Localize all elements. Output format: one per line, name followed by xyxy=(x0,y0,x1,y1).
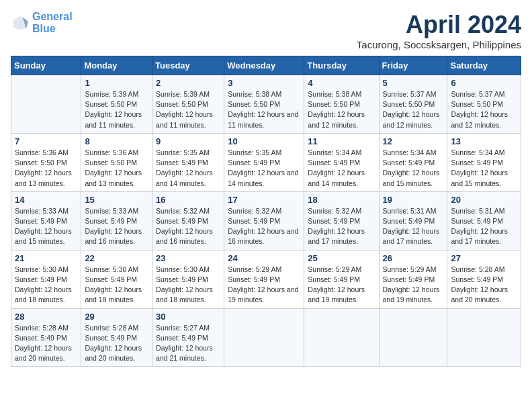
calendar-cell xyxy=(11,75,81,134)
calendar-week-row: 7Sunrise: 5:36 AMSunset: 5:50 PMDaylight… xyxy=(11,133,521,191)
day-number: 19 xyxy=(383,195,444,205)
day-number: 25 xyxy=(308,253,375,263)
day-info: Sunrise: 5:30 AMSunset: 5:49 PMDaylight:… xyxy=(15,265,77,306)
day-number: 13 xyxy=(451,136,517,146)
logo: General Blue xyxy=(11,11,73,34)
calendar-cell: 20Sunrise: 5:31 AMSunset: 5:49 PMDayligh… xyxy=(447,191,521,250)
page-header: General Blue April 2024 Tacurong, Soccsk… xyxy=(11,11,521,50)
day-header: Thursday xyxy=(304,56,379,75)
calendar-cell: 11Sunrise: 5:34 AMSunset: 5:49 PMDayligh… xyxy=(304,133,379,191)
calendar-cell: 17Sunrise: 5:32 AMSunset: 5:49 PMDayligh… xyxy=(224,191,304,250)
calendar-cell xyxy=(447,308,521,367)
day-info: Sunrise: 5:34 AMSunset: 5:49 PMDaylight:… xyxy=(308,148,375,189)
day-info: Sunrise: 5:33 AMSunset: 5:49 PMDaylight:… xyxy=(15,206,77,247)
day-number: 27 xyxy=(451,253,517,263)
day-info: Sunrise: 5:37 AMSunset: 5:50 PMDaylight:… xyxy=(451,89,517,130)
day-number: 15 xyxy=(85,195,148,205)
calendar-week-row: 28Sunrise: 5:28 AMSunset: 5:49 PMDayligh… xyxy=(11,308,521,367)
day-number: 2 xyxy=(156,78,220,88)
day-header: Tuesday xyxy=(152,56,224,75)
day-info: Sunrise: 5:30 AMSunset: 5:49 PMDaylight:… xyxy=(156,265,220,306)
calendar-cell xyxy=(224,308,304,367)
calendar-cell: 1Sunrise: 5:39 AMSunset: 5:50 PMDaylight… xyxy=(81,75,152,134)
month-title: April 2024 xyxy=(357,11,521,39)
logo-text: General Blue xyxy=(32,11,73,34)
day-number: 22 xyxy=(85,253,148,263)
day-header: Monday xyxy=(81,56,152,75)
day-info: Sunrise: 5:32 AMSunset: 5:49 PMDaylight:… xyxy=(228,206,300,247)
day-number: 7 xyxy=(15,136,77,146)
calendar-cell: 10Sunrise: 5:35 AMSunset: 5:49 PMDayligh… xyxy=(224,133,304,191)
day-info: Sunrise: 5:38 AMSunset: 5:50 PMDaylight:… xyxy=(228,89,300,130)
calendar-cell: 4Sunrise: 5:38 AMSunset: 5:50 PMDaylight… xyxy=(304,75,379,134)
calendar-cell: 2Sunrise: 5:39 AMSunset: 5:50 PMDaylight… xyxy=(152,75,224,134)
day-number: 4 xyxy=(308,78,375,88)
day-number: 20 xyxy=(451,195,517,205)
calendar-cell: 18Sunrise: 5:32 AMSunset: 5:49 PMDayligh… xyxy=(304,191,379,250)
calendar-cell: 9Sunrise: 5:35 AMSunset: 5:49 PMDaylight… xyxy=(152,133,224,191)
calendar-cell: 25Sunrise: 5:29 AMSunset: 5:49 PMDayligh… xyxy=(304,250,379,308)
day-number: 8 xyxy=(85,136,148,146)
calendar-week-row: 21Sunrise: 5:30 AMSunset: 5:49 PMDayligh… xyxy=(11,250,521,308)
day-info: Sunrise: 5:34 AMSunset: 5:49 PMDaylight:… xyxy=(451,148,517,189)
calendar-cell: 24Sunrise: 5:29 AMSunset: 5:49 PMDayligh… xyxy=(224,250,304,308)
calendar-cell: 28Sunrise: 5:28 AMSunset: 5:49 PMDayligh… xyxy=(11,308,81,367)
day-info: Sunrise: 5:38 AMSunset: 5:50 PMDaylight:… xyxy=(308,89,375,130)
day-number: 16 xyxy=(156,195,220,205)
day-number: 26 xyxy=(383,253,444,263)
day-info: Sunrise: 5:29 AMSunset: 5:49 PMDaylight:… xyxy=(308,265,375,306)
calendar-cell: 22Sunrise: 5:30 AMSunset: 5:49 PMDayligh… xyxy=(81,250,152,308)
day-info: Sunrise: 5:36 AMSunset: 5:50 PMDaylight:… xyxy=(85,148,148,189)
day-info: Sunrise: 5:35 AMSunset: 5:49 PMDaylight:… xyxy=(228,148,300,189)
calendar-cell: 19Sunrise: 5:31 AMSunset: 5:49 PMDayligh… xyxy=(379,191,447,250)
day-info: Sunrise: 5:39 AMSunset: 5:50 PMDaylight:… xyxy=(85,89,148,130)
day-info: Sunrise: 5:32 AMSunset: 5:49 PMDaylight:… xyxy=(308,206,375,247)
day-header: Sunday xyxy=(11,56,81,75)
calendar-cell: 7Sunrise: 5:36 AMSunset: 5:50 PMDaylight… xyxy=(11,133,81,191)
calendar-cell: 26Sunrise: 5:29 AMSunset: 5:49 PMDayligh… xyxy=(379,250,447,308)
calendar-cell: 16Sunrise: 5:32 AMSunset: 5:49 PMDayligh… xyxy=(152,191,224,250)
day-number: 23 xyxy=(156,253,220,263)
day-info: Sunrise: 5:32 AMSunset: 5:49 PMDaylight:… xyxy=(156,206,220,247)
day-header: Friday xyxy=(379,56,447,75)
calendar-cell: 5Sunrise: 5:37 AMSunset: 5:50 PMDaylight… xyxy=(379,75,447,134)
title-block: April 2024 Tacurong, Soccsksargen, Phili… xyxy=(357,11,521,50)
day-number: 29 xyxy=(85,312,148,322)
calendar-cell: 15Sunrise: 5:33 AMSunset: 5:49 PMDayligh… xyxy=(81,191,152,250)
calendar-cell xyxy=(379,308,447,367)
calendar-cell: 8Sunrise: 5:36 AMSunset: 5:50 PMDaylight… xyxy=(81,133,152,191)
location-subtitle: Tacurong, Soccsksargen, Philippines xyxy=(357,39,521,50)
day-number: 28 xyxy=(15,312,77,322)
calendar-table: SundayMondayTuesdayWednesdayThursdayFrid… xyxy=(11,56,521,367)
day-number: 5 xyxy=(383,78,444,88)
calendar-cell: 14Sunrise: 5:33 AMSunset: 5:49 PMDayligh… xyxy=(11,191,81,250)
day-number: 3 xyxy=(228,78,300,88)
day-info: Sunrise: 5:34 AMSunset: 5:49 PMDaylight:… xyxy=(383,148,444,189)
day-header: Saturday xyxy=(447,56,521,75)
day-number: 14 xyxy=(15,195,77,205)
header-row: SundayMondayTuesdayWednesdayThursdayFrid… xyxy=(11,56,521,75)
day-number: 9 xyxy=(156,136,220,146)
calendar-cell: 30Sunrise: 5:27 AMSunset: 5:49 PMDayligh… xyxy=(152,308,224,367)
day-number: 10 xyxy=(228,136,300,146)
day-number: 11 xyxy=(308,136,375,146)
day-number: 17 xyxy=(228,195,300,205)
day-number: 18 xyxy=(308,195,375,205)
day-number: 21 xyxy=(15,253,77,263)
day-info: Sunrise: 5:31 AMSunset: 5:49 PMDaylight:… xyxy=(383,206,444,247)
day-number: 1 xyxy=(85,78,148,88)
day-info: Sunrise: 5:39 AMSunset: 5:50 PMDaylight:… xyxy=(156,89,220,130)
day-info: Sunrise: 5:29 AMSunset: 5:49 PMDaylight:… xyxy=(228,265,300,306)
day-info: Sunrise: 5:36 AMSunset: 5:50 PMDaylight:… xyxy=(15,148,77,189)
day-info: Sunrise: 5:35 AMSunset: 5:49 PMDaylight:… xyxy=(156,148,220,189)
calendar-week-row: 14Sunrise: 5:33 AMSunset: 5:49 PMDayligh… xyxy=(11,191,521,250)
calendar-cell: 27Sunrise: 5:28 AMSunset: 5:49 PMDayligh… xyxy=(447,250,521,308)
calendar-cell: 6Sunrise: 5:37 AMSunset: 5:50 PMDaylight… xyxy=(447,75,521,134)
calendar-cell: 3Sunrise: 5:38 AMSunset: 5:50 PMDaylight… xyxy=(224,75,304,134)
day-number: 6 xyxy=(451,78,517,88)
day-info: Sunrise: 5:28 AMSunset: 5:49 PMDaylight:… xyxy=(85,323,148,364)
day-number: 12 xyxy=(383,136,444,146)
calendar-week-row: 1Sunrise: 5:39 AMSunset: 5:50 PMDaylight… xyxy=(11,75,521,134)
calendar-cell xyxy=(304,308,379,367)
day-header: Wednesday xyxy=(224,56,304,75)
